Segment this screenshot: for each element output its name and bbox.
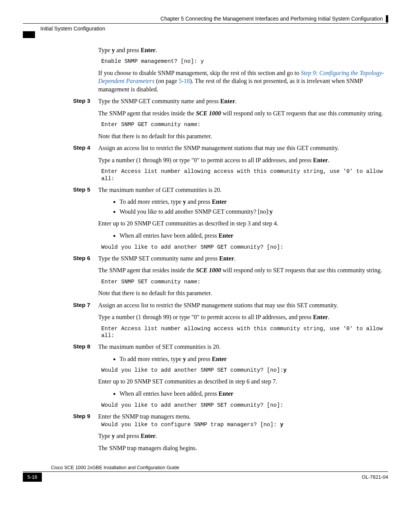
step8-l1: The maximum number of SET communities is… (98, 343, 388, 351)
step8-l2: Enter up to 20 SNMP SET communities as d… (98, 377, 388, 386)
step6-l3: Note that there is no default for this p… (98, 289, 388, 297)
step5-l1: The maximum number of GET communities is… (98, 186, 388, 194)
step-5: Step 5 The maximum number of GET communi… (73, 186, 388, 251)
bold-y: y (183, 356, 186, 362)
intro-disable: If you choose to disable SNMP management… (98, 69, 384, 94)
bold-y: y (270, 208, 273, 215)
bold-enter: Enter (219, 255, 234, 262)
step-9: Step 9 Enter the SNMP trap managers menu… (73, 412, 388, 452)
step-6: Step 6 Type the SNMP SET community name … (73, 254, 388, 297)
text: If you choose to disable SNMP management… (98, 70, 301, 76)
text: Type a number (1 through 99) or type "0"… (98, 157, 313, 163)
step4-l2: Type a number (1 through 99) or type "0"… (98, 156, 388, 165)
text: Type the SNMP SET community name and pre… (98, 255, 219, 262)
text: When all entries have been added, press (119, 232, 218, 239)
text: . (156, 47, 157, 53)
page-footer: Cisco SCE 1000 2xGBE Installation and Co… (23, 465, 388, 482)
step5-l2: Enter up to 20 SNMP GET communities as d… (98, 219, 388, 228)
text: . (234, 255, 236, 262)
chapter-header: Chapter 5 Connecting the Management Inte… (23, 15, 388, 22)
bold-enter: Enter (218, 390, 233, 397)
bold-enter: Enter (141, 433, 156, 439)
text: Type (98, 47, 112, 53)
bold-enter: Enter (218, 232, 233, 239)
code-add-set-yes: Would you like to add another SNMP SET c… (101, 367, 388, 374)
bold-enter: Enter (212, 198, 227, 205)
header-rule (23, 23, 388, 24)
text: Type a number (1 through 99) or type "0"… (98, 314, 313, 320)
code-access-list-set: Enter Access list number allowing access… (101, 325, 388, 339)
text: The SNMP agent that resides inside the (98, 267, 196, 273)
text: Would you like to configure SNMP trap ma… (101, 422, 280, 428)
step3-l3: Note that there is no default for this p… (98, 132, 388, 141)
step8-bullets2: When all entries have been added, press … (98, 390, 388, 398)
step-4: Step 4 Assign an access list to restrict… (73, 144, 388, 182)
step-label: Step 6 (73, 254, 90, 262)
code-access-list-get: Enter Access list number allowing access… (101, 168, 388, 182)
text: and press (115, 47, 141, 53)
step3-l1: Type the SNMP GET community name and pre… (98, 97, 388, 105)
code-trap-managers: Would you like to configure SNMP trap ma… (101, 421, 388, 428)
step-label: Step 9 (73, 412, 90, 420)
text: and press (115, 433, 141, 439)
step-3: Step 3 Type the SNMP GET community name … (73, 97, 388, 140)
text: (on page (155, 78, 179, 84)
bold-sce1000: SCE 1000 (196, 110, 221, 117)
text: Type (98, 433, 112, 439)
bullet: To add more entries, type y and press En… (119, 198, 388, 206)
step3-l2: The SNMP agent that resides inside the S… (98, 109, 388, 118)
text: and press (186, 356, 212, 362)
step7-l1: Assign an access list to restrict the SN… (98, 301, 388, 310)
step7-l2: Type a number (1 through 99) or type "0"… (98, 313, 388, 321)
bold-sce1000: SCE 1000 (196, 267, 221, 273)
bold-enter: Enter (212, 356, 227, 362)
step-label: Step 3 (73, 97, 90, 105)
text: Would you like to add another SNMP SET c… (101, 367, 284, 373)
code-enable-snmp: Enable SNMP management? [no]: y (101, 58, 384, 65)
step6-l2: The SNMP agent that resides inside the S… (98, 266, 388, 275)
bold-y: y (284, 367, 287, 373)
text: . (156, 433, 157, 439)
step9-l2: Type y and press Enter. (98, 432, 388, 440)
text: and press (186, 198, 212, 205)
step-label: Step 4 (73, 144, 90, 152)
text: will respond only to SET requests that u… (221, 267, 382, 273)
step8-bullets1: To add more entries, type y and press En… (98, 355, 388, 363)
code-set-name: Enter SNMP SET community name: (101, 278, 388, 285)
code-add-set: Would you like to add another SNMP SET c… (101, 402, 388, 409)
step9-l3: The SNMP trap managers dialog begins. (98, 444, 388, 452)
link-page-518[interactable]: 5-18 (179, 78, 190, 84)
code-add-get: Would you like to add another SNMP GET c… (101, 244, 388, 251)
bold-y: y (280, 422, 284, 428)
step6-l1: Type the SNMP SET community name and pre… (98, 254, 388, 263)
step9-l1: Enter the SNMP trap managers menu. (98, 412, 388, 421)
footer-guide-title: Cisco SCE 1000 2xGBE Installation and Co… (51, 465, 388, 471)
bullet: Would you like to add another SNMP GET c… (119, 208, 388, 216)
intro-block: Type y and press Enter. Enable SNMP mana… (98, 46, 384, 94)
step-label: Step 7 (73, 301, 90, 309)
step5-bullets2: When all entries have been added, press … (98, 232, 388, 240)
step-label: Step 5 (73, 186, 90, 193)
text: . (328, 157, 330, 163)
bullet: When all entries have been added, press … (119, 232, 388, 240)
bold-y: y (183, 198, 186, 205)
step-7: Step 7 Assign an access list to restrict… (73, 301, 388, 339)
intro-type-y: Type y and press Enter. (98, 46, 384, 54)
page-number: 5-16 (23, 473, 42, 482)
text: . (328, 314, 330, 320)
bold-enter: Enter (313, 314, 328, 320)
left-margin-marker (23, 31, 35, 38)
footer-rule (23, 471, 388, 472)
text: When all entries have been added, press (119, 390, 218, 397)
bold-y: y (112, 433, 115, 439)
text: Type the SNMP GET community name and pre… (98, 98, 220, 104)
bullet: To add more entries, type y and press En… (119, 355, 388, 363)
bold-enter: Enter (313, 157, 328, 163)
text: To add more entries, type (119, 198, 183, 205)
bullet: When all entries have been added, press … (119, 390, 388, 398)
section-subheader: Initial System Configuration (40, 25, 388, 32)
text: Would you like to add another SNMP GET c… (119, 208, 270, 215)
bold-enter: Enter (141, 47, 156, 53)
code-get-name: Enter SNMP GET community name: (101, 121, 388, 128)
document-id: OL-7821-04 (362, 473, 388, 482)
